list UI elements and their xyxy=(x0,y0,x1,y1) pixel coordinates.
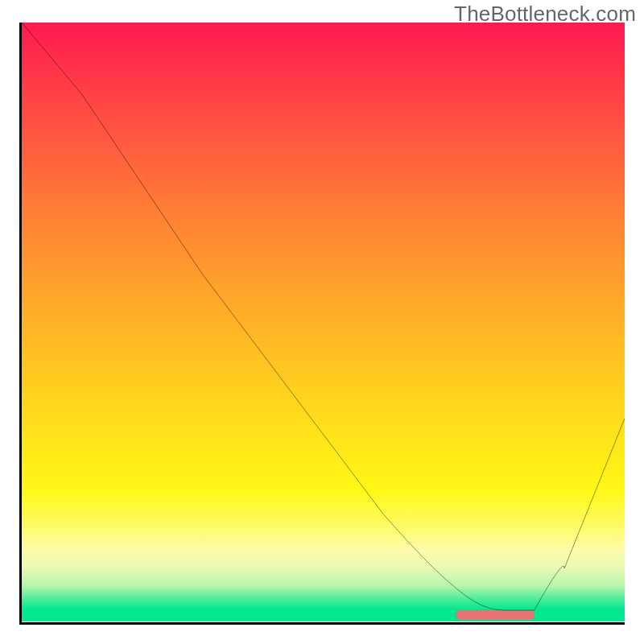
plot-area xyxy=(19,23,625,625)
watermark-text: TheBottleneck.com xyxy=(454,2,636,27)
heat-gradient-background xyxy=(22,23,625,621)
optimal-range-marker xyxy=(456,609,534,620)
